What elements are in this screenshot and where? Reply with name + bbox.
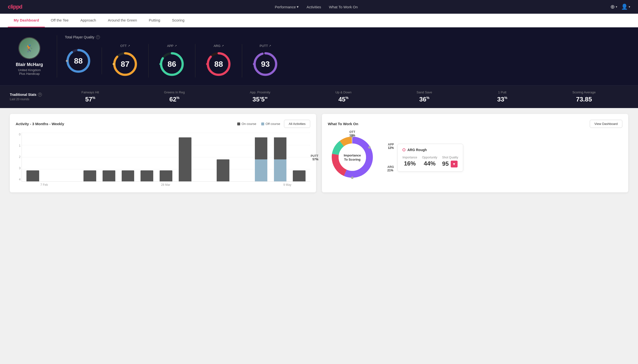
wtwo-card-header: What To Work On View Dashboard: [328, 120, 622, 128]
tab-approach[interactable]: Approach: [74, 14, 102, 28]
nav-activities[interactable]: Activities: [307, 5, 321, 9]
ring-arg: 88: [205, 50, 232, 78]
svg-point-5: [113, 63, 115, 65]
nav-performance[interactable]: Performance ▾: [275, 5, 299, 9]
ring-putt-value: 93: [261, 60, 270, 69]
bar-group-6: [138, 170, 156, 182]
hero-section: 🏌️ Blair McHarg United Kingdom Plus Hand…: [0, 28, 638, 85]
ring-ott-label: OTT ↗: [120, 44, 130, 48]
add-button[interactable]: ⊕ ▾: [610, 4, 617, 10]
bar-stack-6: [138, 170, 156, 182]
bar-group-14: [290, 170, 308, 182]
ring-app-label: APP ↗: [167, 44, 176, 48]
svg-point-14: [253, 63, 255, 65]
user-button[interactable]: 👤 ▾: [621, 4, 630, 10]
player-name: Blair McHarg: [16, 62, 43, 67]
stat-up-down: Up & Down 45%: [335, 90, 352, 103]
ring-app: 86: [158, 50, 185, 78]
info-card-stats: Importance 16% Opportunity 44% Shot Qual…: [402, 156, 458, 168]
tab-off-the-tee[interactable]: Off the Tee: [45, 14, 74, 28]
bar-stack-7: [157, 170, 175, 182]
tab-scoring[interactable]: Scoring: [166, 14, 190, 28]
legend-on-dot: [237, 122, 240, 126]
score-ring-app: APP ↗ 86: [149, 44, 195, 78]
bar-stack-4: [100, 170, 118, 182]
bar-on-5: [122, 170, 134, 182]
bar-stack-0: [24, 170, 42, 182]
view-dashboard-button[interactable]: View Dashboard: [590, 120, 622, 128]
bar-group-13: [271, 138, 289, 182]
bar-on-6: [140, 170, 153, 182]
arg-trend: ↗: [222, 44, 224, 48]
x-label-feb: 7 Feb: [40, 183, 48, 186]
player-handicap: Plus Handicap: [19, 72, 40, 76]
putt-label: PUTT 57%: [311, 154, 318, 161]
trad-stats-title: Traditional Stats ?: [10, 93, 49, 96]
bars-container: [22, 133, 310, 182]
info-card-indicator: [402, 148, 405, 151]
tab-around-the-green[interactable]: Around the Green: [102, 14, 143, 28]
svg-point-22: [368, 146, 371, 149]
stat-proximity-value: 35'5": [250, 96, 270, 103]
stat-items: Fairways Hit 57% Greens In Reg 62% App. …: [49, 90, 628, 103]
stats-bar: Traditional Stats ? Last 20 rounds Fairw…: [0, 85, 638, 108]
sub-nav: My Dashboard Off the Tee Approach Around…: [0, 14, 638, 28]
bar-on-3: [84, 170, 96, 182]
bar-on-12: [255, 138, 268, 160]
tpq-title: Total Player Quality ?: [65, 35, 628, 39]
bar-group-0: [24, 170, 42, 182]
chevron-down-icon: ▾: [297, 5, 299, 9]
tpq-section: Total Player Quality ? 88 OTT: [65, 35, 628, 78]
chart-grid: 4 3 2 1 0: [16, 133, 310, 182]
stat-greens-in-reg: Greens In Reg 62%: [164, 90, 185, 103]
ring-ott-value: 87: [121, 60, 129, 69]
activity-card: Activity - 3 Months - Weekly On course O…: [10, 114, 316, 192]
bar-on-8: [179, 138, 191, 182]
ring-arg-value: 88: [214, 60, 223, 69]
arg-label: ARG 21%: [387, 165, 394, 172]
bar-group-12: [252, 138, 270, 182]
donut-center-text: Importance To Scoring: [344, 154, 361, 162]
stat-scoring-avg: Scoring Average 73.85: [572, 90, 596, 103]
wtwo-title: What To Work On: [328, 122, 358, 126]
trad-help-icon[interactable]: ?: [38, 93, 42, 96]
bar-group-3: [81, 170, 99, 182]
app-trend: ↗: [174, 44, 177, 48]
tab-putting[interactable]: Putting: [143, 14, 166, 28]
ring-putt-label: PUTT ↗: [260, 44, 271, 48]
bar-on-4: [103, 170, 115, 182]
stat-one-putt: 1 Putt 33%: [497, 90, 507, 103]
bar-group-8: [176, 138, 194, 182]
legend-on-course: On course: [237, 122, 256, 126]
bar-group-5: [119, 170, 137, 182]
bar-stack-3: [81, 170, 99, 182]
info-card-title: ARG Rough: [407, 148, 427, 152]
trad-stats-label: Traditional Stats ? Last 20 rounds: [10, 93, 49, 101]
stat-oneputt-value: 33%: [497, 96, 507, 103]
putt-trend: ↗: [269, 44, 271, 48]
ring-putt: 93: [252, 50, 279, 78]
user-dropdown-icon: ▾: [629, 5, 630, 8]
bar-on-7: [160, 170, 172, 182]
tab-my-dashboard[interactable]: My Dashboard: [8, 14, 45, 28]
x-label-mar: 28 Mar: [161, 183, 170, 186]
stat-sandsave-value: 36%: [416, 96, 432, 103]
bar-group-7: [157, 170, 175, 182]
trad-stats-subtitle: Last 20 rounds: [10, 98, 49, 101]
stat-greens-value: 62%: [164, 96, 185, 103]
help-icon[interactable]: ?: [96, 35, 100, 39]
bar-on-14: [293, 170, 306, 182]
nav-links: Performance ▾ Activities What To Work On: [275, 5, 358, 9]
ring-ott: 87: [112, 50, 139, 78]
shot-quality-badge: ▼: [451, 160, 458, 168]
all-activities-button[interactable]: All Activities: [284, 120, 310, 128]
nav-what-to-work-on[interactable]: What To Work On: [329, 5, 358, 9]
nav-right: ⊕ ▾ 👤 ▾: [610, 4, 630, 10]
stat-fairways-hit: Fairways Hit 57%: [82, 90, 99, 103]
legend-off-course: Off course: [261, 122, 280, 126]
chart-legend: On course Off course: [237, 122, 280, 126]
app-label: APP 12%: [388, 143, 394, 150]
bar-stack-13: [271, 138, 289, 182]
stat-app-proximity: App. Proximity 35'5": [250, 90, 270, 103]
ott-label: OTT 10%: [349, 130, 355, 137]
